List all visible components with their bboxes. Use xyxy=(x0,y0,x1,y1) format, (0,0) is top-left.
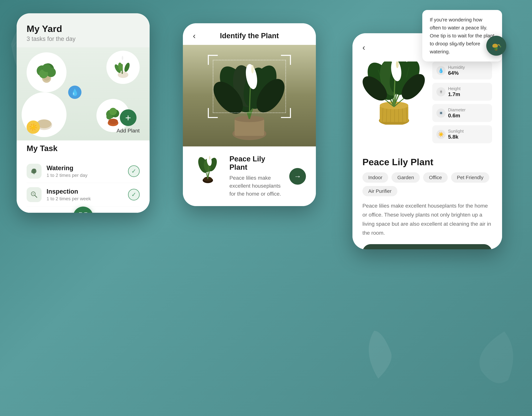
svg-line-29 xyxy=(35,195,37,198)
water-badge: 💧 xyxy=(68,85,81,99)
back-button-3[interactable]: ‹ xyxy=(362,43,365,52)
watering-name: Watering xyxy=(47,165,123,172)
tag-indoor[interactable]: Indoor xyxy=(362,172,388,183)
sunlight-icon: ☀️ xyxy=(437,130,446,139)
phone-screen-3: ‹ xyxy=(352,33,502,249)
svg-point-83 xyxy=(440,112,442,114)
tag-air-purifier[interactable]: Air Purifier xyxy=(362,186,397,196)
yard-title: My Yard xyxy=(27,23,140,34)
stat-diameter: Diameter 0.6m xyxy=(432,104,492,122)
diameter-icon xyxy=(437,109,446,118)
result-plant-info: Peace Lily Plant Peace lilies make excel… xyxy=(229,155,283,198)
svg-point-26 xyxy=(109,108,117,115)
svg-point-27 xyxy=(106,114,112,120)
watering-desc: 1 to 2 times per day xyxy=(47,173,123,178)
inspection-name: Inspection xyxy=(47,188,123,195)
svg-point-30 xyxy=(32,193,34,195)
sunlight-value: 5.8k xyxy=(448,134,464,140)
identify-title: Identify the Plant xyxy=(220,32,279,40)
add-plant-label: Add Plant xyxy=(116,128,140,134)
svg-point-10 xyxy=(122,56,123,60)
camera-view xyxy=(183,45,316,146)
result-plant-thumbnail xyxy=(193,155,223,185)
plant-item-2[interactable] xyxy=(106,51,140,84)
result-card: Peace Lily Plant Peace lilies make excel… xyxy=(183,146,316,206)
tooltip-arrow xyxy=(454,40,461,44)
inspection-check[interactable]: ✓ xyxy=(128,189,140,200)
phone-screen-1: My Yard 3 tasks for the day xyxy=(17,13,150,213)
add-plant-circle: + xyxy=(120,109,136,126)
add-to-plant-button[interactable]: Add To My Plant xyxy=(362,244,492,249)
tags-row: Indoor Garden Office Pet Friendly Air Pu… xyxy=(362,172,492,196)
tag-pet-friendly[interactable]: Pet Friendly xyxy=(451,172,489,183)
task-watering[interactable]: Watering 1 to 2 times per day ✓ xyxy=(27,160,140,183)
svg-point-12 xyxy=(123,62,131,73)
plant-info-section: Peace Lily Plant Indoor Garden Office Pe… xyxy=(352,150,502,249)
watering-check[interactable]: ✓ xyxy=(128,165,140,177)
plant-name-detail: Peace Lily Plant xyxy=(362,157,492,167)
nav-scan-button[interactable] xyxy=(73,207,93,213)
tasks-section: My Task Watering 1 to 2 times per day ✓ xyxy=(17,135,150,213)
svg-rect-88 xyxy=(495,49,497,50)
plant-description: Peace lilies make excellent houseplants … xyxy=(362,201,492,237)
sunlight-label: Sunlight xyxy=(448,129,464,134)
tooltip-bubble: If you're wondering how often to water a… xyxy=(422,10,502,61)
humidity-label: Humidity xyxy=(448,65,465,70)
watering-icon-wrap xyxy=(27,164,42,179)
result-arrow-button[interactable]: → xyxy=(289,168,306,185)
svg-rect-85 xyxy=(493,45,498,47)
tooltip-text: If you're wondering how often to water a… xyxy=(430,17,494,54)
inspection-icon-wrap xyxy=(27,187,42,202)
bottom-nav: 🏠 👤 xyxy=(27,211,140,213)
stat-height: Height 1.7m xyxy=(432,83,492,101)
yard-subtitle: 3 tasks for the day xyxy=(27,35,140,42)
svg-point-6 xyxy=(42,64,51,72)
plant-photo-section: 💧 Humidity 64% xyxy=(352,57,502,150)
task-inspection-text: Inspection 1 to 2 times per week xyxy=(47,188,123,201)
add-plant-button[interactable]: + Add Plant xyxy=(116,109,140,134)
scan-frame xyxy=(208,55,291,118)
svg-point-23 xyxy=(108,119,118,124)
tooltip-anchor-icon xyxy=(486,36,506,56)
stat-sunlight: ☀️ Sunlight 5.8k xyxy=(432,125,492,143)
scan-dashed-frame xyxy=(213,60,286,113)
stat-humidity: 💧 Humidity 64% xyxy=(432,61,492,79)
tasks-title: My Task xyxy=(27,144,140,153)
task-watering-text: Watering 1 to 2 times per day xyxy=(47,165,123,178)
result-plant-desc: Peace lilies make excellent houseplants … xyxy=(229,174,283,198)
stats-grid: 💧 Humidity 64% xyxy=(432,61,492,143)
height-value: 1.7m xyxy=(448,91,461,97)
task-inspection[interactable]: Inspection 1 to 2 times per week ✓ xyxy=(27,183,140,207)
svg-point-56 xyxy=(209,156,210,160)
plant-item-1[interactable] xyxy=(27,52,66,92)
back-button-2[interactable]: ‹ xyxy=(193,31,196,41)
diameter-value: 0.6m xyxy=(448,113,466,119)
identify-header: ‹ Identify the Plant xyxy=(183,23,316,45)
inspection-desc: 1 to 2 times per week xyxy=(47,196,123,201)
height-icon xyxy=(437,87,446,96)
plants-grid: 💧 xyxy=(17,47,150,141)
phone-screen-2: ‹ Identify the Plant xyxy=(183,23,316,206)
humidity-value: 64% xyxy=(448,70,465,76)
result-plant-name: Peace Lily Plant xyxy=(229,155,283,171)
tag-garden[interactable]: Garden xyxy=(391,172,420,183)
height-label: Height xyxy=(448,86,461,91)
sun-badge: ☀️ xyxy=(27,121,40,134)
humidity-icon: 💧 xyxy=(437,66,446,75)
diameter-label: Diameter xyxy=(448,107,466,113)
yard-header: My Yard 3 tasks for the day xyxy=(17,13,150,47)
tag-office[interactable]: Office xyxy=(423,172,448,183)
plant-photo-main xyxy=(362,61,426,125)
